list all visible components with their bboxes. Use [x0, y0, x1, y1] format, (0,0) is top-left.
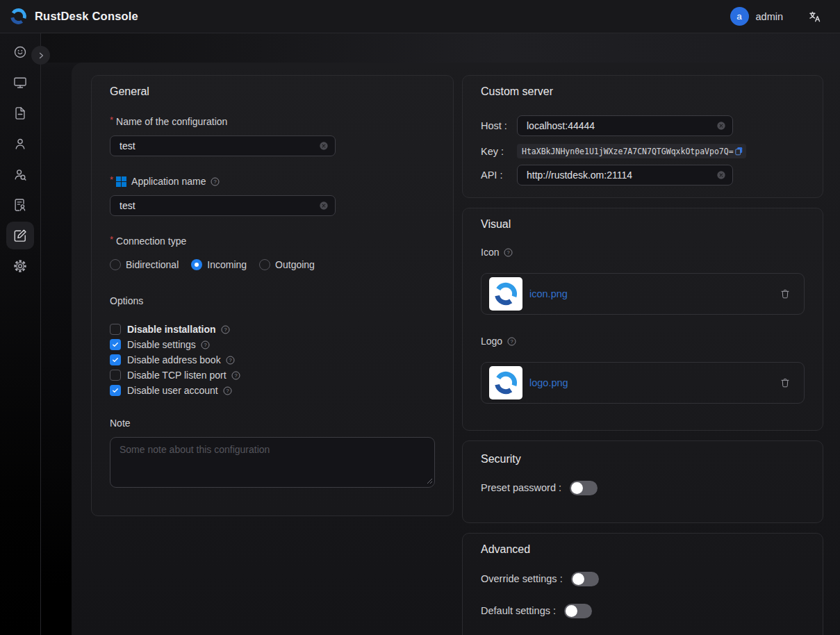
override-settings-row: Override settings :: [481, 571, 805, 586]
svg-text:?: ?: [226, 388, 229, 394]
sidebar-item-status[interactable]: [6, 38, 34, 66]
help-icon[interactable]: ?: [231, 370, 241, 381]
help-icon[interactable]: ?: [225, 355, 236, 365]
windows-icon: [116, 176, 126, 187]
logo-file-link[interactable]: logo.png: [529, 377, 780, 388]
checkbox-checked[interactable]: [110, 339, 121, 350]
app-title: RustDesk Console: [35, 10, 138, 23]
checkbox-unchecked[interactable]: [110, 370, 121, 381]
custom-server-title: Custom server: [481, 76, 805, 99]
visual-title: Visual: [481, 208, 805, 232]
icon-file-link[interactable]: icon.png: [529, 288, 780, 299]
clear-icon[interactable]: [716, 170, 727, 181]
svg-text:?: ?: [507, 249, 510, 256]
host-row: Host :: [481, 115, 805, 136]
copy-icon[interactable]: [734, 146, 744, 156]
help-icon[interactable]: ?: [222, 386, 233, 396]
preset-password-label: Preset password :: [481, 482, 561, 493]
sidebar-item-audit[interactable]: [6, 191, 34, 219]
trash-icon[interactable]: [780, 377, 791, 388]
sidebar-item-groups[interactable]: [6, 160, 34, 188]
default-settings-toggle[interactable]: [564, 604, 592, 618]
icon-thumbnail: [489, 277, 522, 311]
options-label: Options: [110, 294, 435, 308]
security-title: Security: [481, 441, 805, 467]
help-icon[interactable]: ?: [507, 336, 517, 347]
name-label: * Name of the configuration: [110, 115, 435, 129]
option-disable-address-book[interactable]: Disable address book ?: [110, 352, 435, 368]
checkbox-checked[interactable]: [110, 385, 121, 396]
api-input-field[interactable]: [518, 165, 732, 185]
svg-text:?: ?: [224, 327, 227, 333]
help-icon[interactable]: ?: [220, 324, 231, 335]
checkbox-unchecked[interactable]: [110, 324, 121, 335]
general-title: General: [110, 76, 435, 99]
logo-file-item: logo.png: [481, 362, 805, 404]
host-input[interactable]: [517, 115, 733, 136]
icon-label: Icon ?: [481, 245, 805, 259]
sidebar-expand-button[interactable]: [31, 46, 50, 65]
sidebar-item-settings[interactable]: [6, 252, 34, 280]
checkbox-checked[interactable]: [110, 354, 121, 365]
sidebar-item-configurations[interactable]: [6, 222, 34, 249]
note-field[interactable]: [110, 437, 435, 488]
security-card: Security Preset password :: [462, 440, 823, 523]
app-name-input[interactable]: [110, 195, 336, 216]
name-input[interactable]: [110, 135, 336, 156]
svg-text:?: ?: [511, 338, 513, 345]
preset-password-toggle[interactable]: [570, 481, 598, 495]
api-input[interactable]: [517, 165, 733, 185]
app-name-input-field[interactable]: [110, 196, 335, 215]
override-settings-label: Override settings :: [481, 573, 563, 584]
api-label: API :: [481, 170, 517, 181]
option-disable-tcp-listen-port[interactable]: Disable TCP listen port ?: [110, 368, 435, 383]
user-name[interactable]: admin: [756, 11, 784, 22]
help-icon[interactable]: ?: [210, 176, 220, 187]
app-header: RustDesk Console a admin: [0, 0, 840, 33]
radio-bidirectional[interactable]: Bidirectional: [110, 259, 179, 270]
help-icon[interactable]: ?: [503, 247, 513, 258]
custom-server-card: Custom server Host : Key : HtaXBkJNHyn0e…: [462, 75, 823, 198]
advanced-title: Advanced: [481, 534, 805, 557]
api-row: API :: [481, 165, 805, 185]
sidebar-item-users[interactable]: [6, 130, 34, 158]
connection-type-radios: Bidirectional Incoming Outgoing: [110, 258, 435, 272]
radio-incoming[interactable]: Incoming: [191, 259, 247, 270]
sidebar-item-documents[interactable]: [6, 99, 34, 127]
clear-icon[interactable]: [318, 200, 329, 211]
logo-label: Logo ?: [481, 334, 805, 348]
general-card: General * Name of the configuration *: [91, 75, 454, 516]
key-label: Key :: [481, 146, 517, 157]
option-disable-user-account[interactable]: Disable user account ?: [110, 383, 435, 398]
default-settings-row: Default settings :: [481, 603, 805, 618]
key-row: Key : HtaXBkJNHyn0e1U1jWXze7A7CN7QTGWqxk…: [481, 144, 805, 158]
option-disable-installation[interactable]: Disable installation ?: [110, 322, 435, 337]
note-textarea[interactable]: [110, 437, 435, 488]
sidebar-item-devices[interactable]: [6, 69, 34, 97]
icon-file-item: icon.png: [481, 273, 805, 315]
app-name-label: * Application name ?: [110, 174, 435, 188]
host-input-field[interactable]: [518, 116, 732, 135]
note-label: Note: [110, 416, 435, 430]
logo-thumbnail: [489, 366, 522, 399]
key-value: HtaXBkJNHyn0e1U1jWXze7A7CN7QTGWqxkOtpaVp…: [517, 144, 746, 158]
name-input-field[interactable]: [110, 136, 335, 156]
clear-icon[interactable]: [318, 140, 329, 151]
trash-icon[interactable]: [780, 288, 791, 299]
option-disable-settings[interactable]: Disable settings ?: [110, 337, 435, 352]
visual-card: Visual Icon ? icon.png: [462, 208, 823, 431]
svg-text:?: ?: [204, 342, 206, 348]
sidebar: [0, 33, 41, 635]
required-marker: *: [110, 113, 113, 127]
resize-handle-icon[interactable]: [427, 478, 433, 484]
svg-text:?: ?: [214, 179, 217, 185]
radio-outgoing[interactable]: Outgoing: [259, 259, 315, 270]
rustdesk-logo-icon: [9, 7, 28, 26]
avatar[interactable]: a: [730, 7, 749, 26]
override-settings-toggle[interactable]: [571, 572, 599, 586]
help-icon[interactable]: ?: [200, 340, 211, 350]
translate-icon[interactable]: [808, 10, 822, 24]
svg-text:?: ?: [234, 372, 237, 379]
advanced-card: Advanced Override settings : Default set…: [462, 533, 823, 635]
clear-icon[interactable]: [716, 120, 727, 131]
